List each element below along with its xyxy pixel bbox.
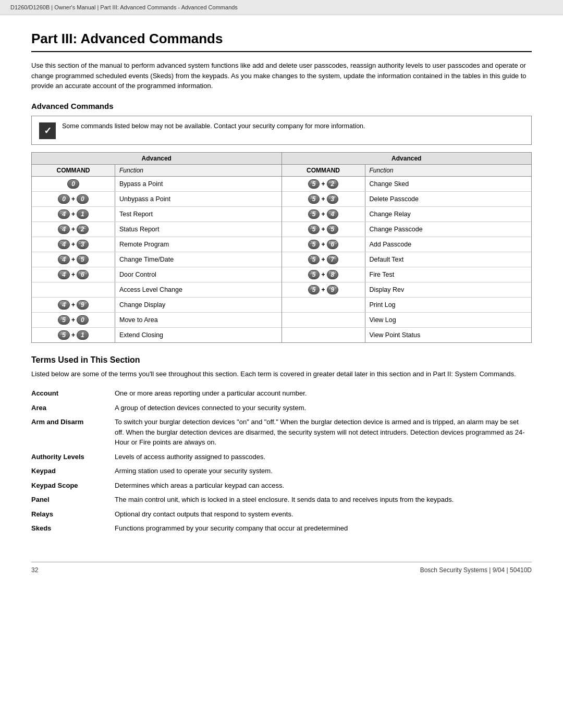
key-button: GHI4 bbox=[58, 225, 70, 234]
terms-section: Terms Used in This Section Listed below … bbox=[31, 355, 532, 536]
key-button: GHI4 bbox=[58, 300, 70, 310]
cmd-cell-function: Change Passcode bbox=[365, 224, 532, 235]
key-button: 1 bbox=[77, 330, 89, 340]
terms-table-body: Account One or more areas reporting unde… bbox=[31, 386, 532, 536]
cmd-cell-function: View Log bbox=[365, 315, 532, 325]
table-row: JKL5+1 Extend Closing bbox=[32, 328, 282, 342]
plus-sign: + bbox=[71, 226, 75, 233]
table-row: JKL5+MNO6 Add Passcode bbox=[282, 237, 532, 252]
term-label: Arm and Disarm bbox=[31, 415, 115, 450]
key-button: 0 bbox=[77, 315, 89, 325]
cmd-cell-command bbox=[32, 282, 115, 297]
key-button: GHI4 bbox=[327, 209, 339, 219]
cmd-cell-command: GHI4+JKL5 bbox=[32, 252, 115, 267]
plus-sign: + bbox=[71, 301, 75, 309]
cmd-cell-function: Change Sked bbox=[365, 179, 532, 189]
note-box: ✓ Some commands listed below may not be … bbox=[31, 116, 532, 145]
key-button: TUV8 bbox=[327, 270, 339, 279]
commands-tables: Advanced COMMAND Function 0 Bypass a Poi… bbox=[31, 152, 532, 343]
key-button: WXY9 bbox=[77, 300, 89, 310]
table-row: GHI4+DEF3 Remote Program bbox=[32, 237, 282, 252]
table-row: JKL5+0 Move to Area bbox=[32, 313, 282, 328]
cmd-cell-function: Unbypass a Point bbox=[115, 194, 282, 204]
key-button: JKL5 bbox=[308, 194, 320, 204]
key-button: JKL5 bbox=[308, 240, 320, 249]
plus-sign: + bbox=[321, 226, 325, 233]
cmd-cell-function: Remote Program bbox=[115, 239, 282, 250]
left-table-header: Advanced bbox=[32, 153, 282, 165]
right-table-header: Advanced bbox=[282, 153, 532, 165]
key-button: WXY9 bbox=[327, 285, 339, 294]
term-definition: Levels of access authority assigned to p… bbox=[115, 450, 532, 464]
key-button: PRS7 bbox=[327, 255, 339, 264]
cmd-cell-function: Extend Closing bbox=[115, 330, 282, 340]
plus-sign: + bbox=[321, 211, 325, 218]
key-button: GHI4 bbox=[58, 209, 70, 219]
cmd-cell-command: GHI4+1 bbox=[32, 207, 115, 221]
cmd-cell-function: View Point Status bbox=[365, 330, 532, 340]
cmd-cell-command: 0+0 bbox=[32, 192, 115, 206]
cmd-cell-function: Test Report bbox=[115, 209, 282, 219]
cmd-cell-function: Door Control bbox=[115, 269, 282, 280]
right-table-body: JKL5+ABC2 Change Sked JKL5+DEF3 Delete P… bbox=[282, 177, 532, 342]
cmd-cell-function: Print Log bbox=[365, 300, 532, 310]
key-button: JKL5 bbox=[58, 315, 70, 325]
cmd-cell-function: Move to Area bbox=[115, 315, 282, 325]
cmd-cell-command: JKL5+1 bbox=[32, 328, 115, 342]
header-breadcrumb: Part III: Advanced Commands - Advanced C… bbox=[100, 4, 238, 10]
key-button: GHI4 bbox=[58, 240, 70, 249]
cmd-cell-function: Add Passcode bbox=[365, 239, 532, 250]
plus-sign: + bbox=[71, 195, 75, 203]
cmd-cell-command: GHI4+ABC2 bbox=[32, 222, 115, 237]
cmd-cell-function: Display Rev bbox=[365, 285, 532, 295]
term-definition: Optional dry contact outputs that respon… bbox=[115, 507, 532, 522]
cmd-cell-function: Bypass a Point bbox=[115, 179, 282, 189]
cmd-cell-command: 0 bbox=[32, 177, 115, 191]
term-label: Panel bbox=[31, 492, 115, 507]
term-label: Keypad bbox=[31, 464, 115, 478]
table-row: View Log bbox=[282, 313, 532, 328]
terms-row: Arm and Disarm To switch your burglar de… bbox=[31, 415, 532, 450]
table-row: GHI4+ABC2 Status Report bbox=[32, 222, 282, 237]
plus-sign: + bbox=[71, 316, 75, 324]
footer-page-number: 32 bbox=[31, 566, 38, 574]
key-button: 0 bbox=[58, 194, 70, 204]
table-row: Print Log bbox=[282, 298, 532, 313]
key-button: ABC2 bbox=[327, 179, 339, 189]
term-definition: A group of detection devices connected t… bbox=[115, 401, 532, 415]
key-button: MNO6 bbox=[77, 270, 89, 279]
key-button: JKL5 bbox=[308, 270, 320, 279]
terms-row: Area A group of detection devices connec… bbox=[31, 401, 532, 415]
note-icon: ✓ bbox=[39, 122, 56, 139]
terms-heading: Terms Used in This Section bbox=[31, 355, 532, 365]
right-col-command: COMMAND bbox=[282, 165, 365, 176]
table-row: JKL5+DEF3 Delete Passcode bbox=[282, 192, 532, 207]
plus-sign: + bbox=[321, 271, 325, 278]
term-definition: Functions programmed by your security co… bbox=[115, 521, 532, 536]
page-title: Part III: Advanced Commands bbox=[31, 31, 532, 52]
left-subheader: COMMAND Function bbox=[32, 165, 282, 177]
cmd-cell-function: Status Report bbox=[115, 224, 282, 235]
key-button: 0 bbox=[67, 179, 79, 189]
cmd-cell-function: Change Display bbox=[115, 300, 282, 310]
command-table-right: Advanced COMMAND Function JKL5+ABC2 Chan… bbox=[282, 153, 532, 342]
command-table-left: Advanced COMMAND Function 0 Bypass a Poi… bbox=[32, 153, 282, 342]
cmd-cell-command: JKL5+DEF3 bbox=[282, 192, 365, 206]
plus-sign: + bbox=[321, 256, 325, 263]
plus-sign: + bbox=[71, 331, 75, 339]
term-definition: Determines which areas a particular keyp… bbox=[115, 478, 532, 493]
table-row: 0 Bypass a Point bbox=[32, 177, 282, 192]
table-row: JKL5+JKL5 Change Passcode bbox=[282, 222, 532, 237]
term-label: Authority Levels bbox=[31, 450, 115, 464]
cmd-cell-command: JKL5+GHI4 bbox=[282, 207, 365, 221]
plus-sign: + bbox=[321, 241, 325, 248]
table-row: View Point Status bbox=[282, 328, 532, 342]
footer: 32 Bosch Security Systems | 9/04 | 50410… bbox=[31, 562, 532, 578]
key-button: JKL5 bbox=[327, 225, 339, 234]
right-subheader: COMMAND Function bbox=[282, 165, 532, 177]
key-button: 0 bbox=[77, 194, 89, 204]
plus-sign: + bbox=[71, 271, 75, 278]
cmd-cell-command: GHI4+DEF3 bbox=[32, 237, 115, 252]
term-label: Account bbox=[31, 386, 115, 401]
table-row: JKL5+ABC2 Change Sked bbox=[282, 177, 532, 192]
